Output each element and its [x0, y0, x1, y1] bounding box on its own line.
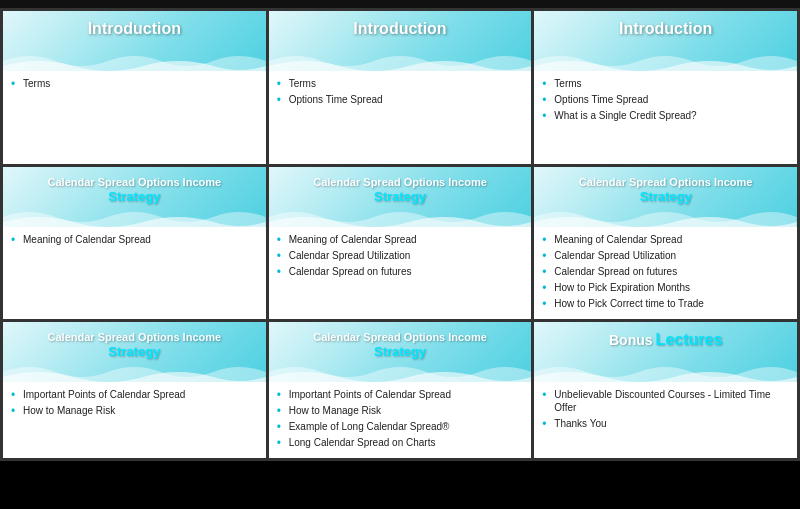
- card-7-body: Important Points of Calendar SpreadHow t…: [3, 382, 266, 458]
- card-3-body: TermsOptions Time SpreadWhat is a Single…: [534, 71, 797, 164]
- card-8-body: Important Points of Calendar SpreadHow t…: [269, 382, 532, 458]
- card-4-header: Calendar Spread Options IncomeStrategy: [3, 167, 266, 227]
- card-7-header: Calendar Spread Options IncomeStrategy: [3, 322, 266, 382]
- list-item: Meaning of Calendar Spread: [542, 233, 789, 246]
- list-item: Meaning of Calendar Spread: [11, 233, 258, 246]
- list-item: Options Time Spread: [277, 93, 524, 106]
- card-2: IntroductionTermsOptions Time Spread: [269, 11, 532, 164]
- card-9: Bonus LecturesUnbelievable Discounted Co…: [534, 322, 797, 458]
- list-item: How to Pick Correct time to Trade: [542, 297, 789, 310]
- card-5-title: Calendar Spread Options IncomeStrategy: [269, 167, 532, 210]
- list-item: Long Calendar Spread on Charts: [277, 436, 524, 449]
- list-item: Unbelievable Discounted Courses - Limite…: [542, 388, 789, 414]
- card-4-body: Meaning of Calendar Spread: [3, 227, 266, 320]
- card-3: IntroductionTermsOptions Time SpreadWhat…: [534, 11, 797, 164]
- card-1-header: Introduction: [3, 11, 266, 71]
- list-item: Options Time Spread: [542, 93, 789, 106]
- card-5-header: Calendar Spread Options IncomeStrategy: [269, 167, 532, 227]
- card-4-title: Calendar Spread Options IncomeStrategy: [3, 167, 266, 210]
- card-2-header: Introduction: [269, 11, 532, 71]
- list-item: Meaning of Calendar Spread: [277, 233, 524, 246]
- list-item: How to Manage Risk: [277, 404, 524, 417]
- list-item: Terms: [11, 77, 258, 90]
- card-2-title: Introduction: [269, 11, 532, 44]
- card-9-header: Bonus Lectures: [534, 322, 797, 382]
- card-6-title: Calendar Spread Options IncomeStrategy: [534, 167, 797, 210]
- card-2-body: TermsOptions Time Spread: [269, 71, 532, 164]
- card-9-title: Bonus Lectures: [534, 322, 797, 355]
- list-item: Calendar Spread Utilization: [277, 249, 524, 262]
- card-1: IntroductionTerms: [3, 11, 266, 164]
- card-1-title: Introduction: [3, 11, 266, 44]
- card-9-body: Unbelievable Discounted Courses - Limite…: [534, 382, 797, 458]
- card-7: Calendar Spread Options IncomeStrategyIm…: [3, 322, 266, 458]
- list-item: How to Manage Risk: [11, 404, 258, 417]
- list-item: Thanks You: [542, 417, 789, 430]
- top-bar: [0, 0, 800, 8]
- card-5: Calendar Spread Options IncomeStrategyMe…: [269, 167, 532, 320]
- card-7-title: Calendar Spread Options IncomeStrategy: [3, 322, 266, 365]
- card-3-header: Introduction: [534, 11, 797, 71]
- list-item: Calendar Spread on futures: [542, 265, 789, 278]
- list-item: Important Points of Calendar Spread: [11, 388, 258, 401]
- list-item: Terms: [277, 77, 524, 90]
- card-5-body: Meaning of Calendar SpreadCalendar Sprea…: [269, 227, 532, 320]
- card-8: Calendar Spread Options IncomeStrategyIm…: [269, 322, 532, 458]
- card-8-title: Calendar Spread Options IncomeStrategy: [269, 322, 532, 365]
- card-4: Calendar Spread Options IncomeStrategyMe…: [3, 167, 266, 320]
- list-item: How to Pick Expiration Months: [542, 281, 789, 294]
- list-item: Terms: [542, 77, 789, 90]
- list-item: Important Points of Calendar Spread: [277, 388, 524, 401]
- card-6-header: Calendar Spread Options IncomeStrategy: [534, 167, 797, 227]
- card-6: Calendar Spread Options IncomeStrategyMe…: [534, 167, 797, 320]
- card-8-header: Calendar Spread Options IncomeStrategy: [269, 322, 532, 382]
- list-item: Example of Long Calendar Spread®: [277, 420, 524, 433]
- card-6-body: Meaning of Calendar SpreadCalendar Sprea…: [534, 227, 797, 320]
- card-1-body: Terms: [3, 71, 266, 164]
- list-item: Calendar Spread Utilization: [542, 249, 789, 262]
- grid-container: IntroductionTerms IntroductionTermsOptio…: [0, 8, 800, 461]
- list-item: Calendar Spread on futures: [277, 265, 524, 278]
- card-3-title: Introduction: [534, 11, 797, 44]
- list-item: What is a Single Credit Spread?: [542, 109, 789, 122]
